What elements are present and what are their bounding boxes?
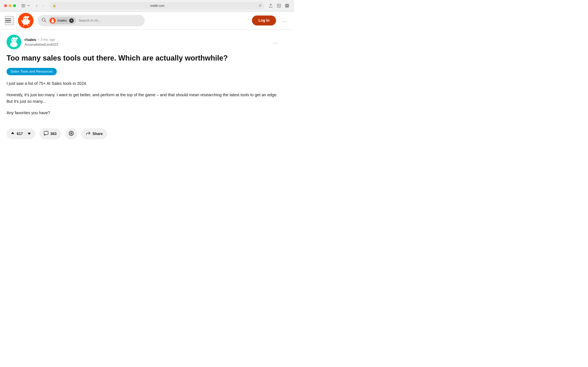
login-button[interactable]: Log In [252, 16, 276, 25]
svg-point-26 [12, 39, 13, 40]
svg-point-21 [52, 20, 52, 20]
svg-rect-6 [287, 4, 288, 6]
traffic-lights [4, 4, 16, 7]
post-dot: • [38, 38, 39, 42]
post-title: Too many sales tools out there. Which ar… [7, 53, 279, 63]
svg-rect-8 [287, 6, 288, 7]
minimize-traffic-light[interactable] [9, 4, 11, 7]
comment-count: 363 [51, 132, 57, 136]
fullscreen-traffic-light[interactable] [13, 4, 16, 7]
search-input[interactable] [79, 18, 141, 23]
back-button[interactable]: ‹ [34, 3, 40, 8]
comment-button[interactable]: 363 [39, 128, 61, 140]
upvote-icon [11, 131, 15, 136]
post-subreddit[interactable]: r/sales [25, 38, 36, 42]
vote-button[interactable]: 617 [7, 128, 35, 139]
hamburger-menu-button[interactable] [5, 16, 14, 25]
subreddit-pill-name: r/sales [57, 19, 67, 22]
post-author[interactable]: AccomplishedLion6322 [25, 43, 268, 47]
url-text: reddit.com [58, 4, 257, 7]
lock-icon: 🔒 [53, 4, 56, 7]
browser-actions [268, 3, 290, 8]
post-container: r/sales • 3 mo. ago AccomplishedLion6322… [0, 30, 286, 149]
subreddit-pill-avatar [50, 18, 56, 24]
sidebar-toggle-icon[interactable] [21, 4, 25, 8]
post-body-paragraph-3: Any favorites you have? [7, 109, 279, 116]
award-icon [69, 131, 74, 137]
hamburger-line-3 [5, 22, 11, 23]
vote-count: 617 [17, 132, 23, 136]
subreddit-pill-close[interactable]: ✕ [69, 18, 74, 23]
nav-arrows: ‹ › [34, 3, 46, 8]
svg-rect-0 [21, 4, 25, 5]
action-bar: 617 363 [7, 128, 279, 144]
svg-rect-1 [21, 6, 25, 6]
svg-point-16 [42, 18, 45, 21]
reddit-logo[interactable] [18, 13, 34, 28]
svg-rect-5 [286, 4, 287, 6]
reload-button[interactable]: ↺ [259, 4, 261, 8]
svg-line-17 [45, 21, 46, 22]
svg-point-12 [24, 18, 25, 19]
svg-point-27 [15, 39, 16, 40]
share-browser-button[interactable] [268, 3, 274, 8]
share-icon [86, 131, 90, 137]
browser-chrome: ‹ › 🔒 reddit.com ↺ [0, 0, 294, 11]
hamburger-line-2 [5, 20, 11, 21]
close-traffic-light[interactable] [4, 4, 7, 7]
svg-point-22 [53, 20, 53, 20]
post-flair[interactable]: Sales Tools and Resources [7, 68, 57, 75]
svg-point-13 [26, 18, 27, 19]
post-time: 3 mo. ago [41, 38, 55, 42]
search-bar[interactable]: r/sales ✕ [38, 15, 145, 26]
search-icon [42, 18, 46, 23]
new-tab-button[interactable] [276, 3, 282, 8]
hamburger-line-1 [5, 18, 11, 19]
svg-point-20 [51, 21, 54, 23]
reddit-header: r/sales ✕ Log In ... [0, 12, 294, 30]
more-options-button[interactable]: ... [280, 16, 289, 25]
svg-rect-7 [286, 6, 287, 7]
comment-icon [44, 131, 48, 137]
post-body-paragraph-2: Honestly, it's just too many. I want to … [7, 92, 279, 105]
share-label: Share [93, 132, 103, 136]
post-meta-info: r/sales • 3 mo. ago AccomplishedLion6322 [25, 38, 268, 47]
post-subreddit-line: r/sales • 3 mo. ago [25, 38, 268, 42]
award-button[interactable] [65, 128, 77, 140]
window-controls [21, 4, 31, 8]
chevron-down-icon[interactable] [26, 4, 31, 8]
post-body: I just saw a list of 75+ AI Sales tools … [7, 80, 279, 116]
svg-rect-2 [21, 7, 25, 7]
svg-rect-30 [44, 131, 48, 134]
share-button[interactable]: Share [81, 128, 107, 140]
forward-button[interactable]: › [40, 3, 46, 8]
svg-point-33 [71, 133, 72, 134]
post-body-paragraph-1: I just saw a list of 75+ AI Sales tools … [7, 80, 279, 87]
tabs-overview-button[interactable] [284, 3, 290, 8]
post-meta: r/sales • 3 mo. ago AccomplishedLion6322… [7, 35, 279, 49]
svg-point-25 [10, 42, 17, 47]
downvote-icon[interactable] [27, 131, 31, 136]
post-author-avatar[interactable] [7, 35, 21, 49]
post-options-button[interactable]: ... [271, 38, 279, 46]
subreddit-pill[interactable]: r/sales ✕ [49, 17, 76, 24]
address-bar[interactable]: 🔒 reddit.com ↺ [49, 2, 265, 9]
